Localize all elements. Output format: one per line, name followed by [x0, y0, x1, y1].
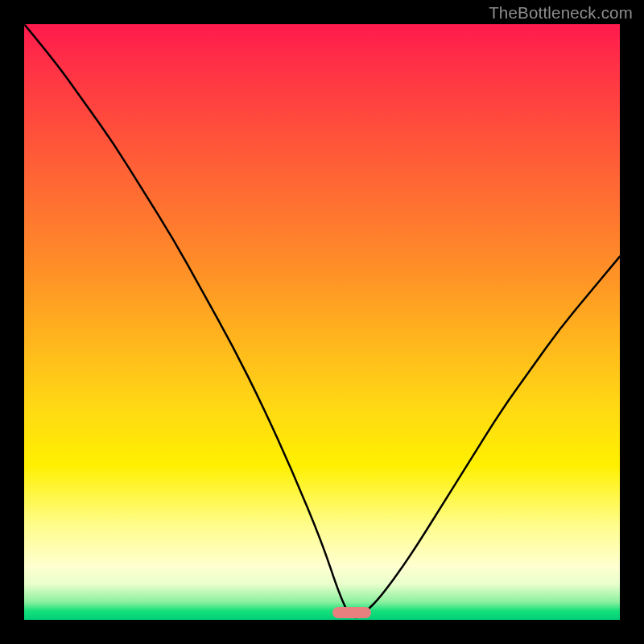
plot-area — [24, 24, 620, 620]
watermark-text: TheBottleneck.com — [489, 3, 633, 23]
bottleneck-curve — [24, 24, 620, 620]
optimal-marker — [332, 607, 371, 618]
chart-frame: TheBottleneck.com — [0, 0, 644, 644]
